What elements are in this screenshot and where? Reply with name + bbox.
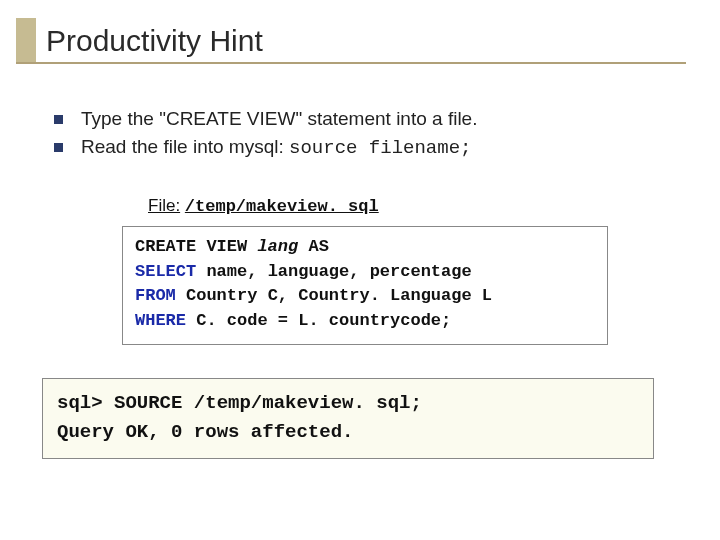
bullet-list: Type the "CREATE VIEW" statement into a … — [54, 108, 477, 165]
code-keyword: FROM — [135, 286, 176, 305]
code-line: sql> SOURCE /temp/makeview. sql; — [57, 389, 639, 418]
slide-title: Productivity Hint — [16, 24, 686, 58]
code-text: C. code = L. countrycode; — [186, 311, 451, 330]
file-path: /temp/makeview. sql — [185, 197, 379, 216]
title-bar: Productivity Hint — [16, 24, 686, 64]
code-text: AS — [298, 237, 329, 256]
code-text: name, language, percentage — [196, 262, 471, 281]
code-text: CREATE VIEW — [135, 237, 257, 256]
code-line: Query OK, 0 rows affected. — [57, 418, 639, 447]
code-block-terminal: sql> SOURCE /temp/makeview. sql; Query O… — [42, 378, 654, 459]
code-line: WHERE C. code = L. countrycode; — [135, 309, 595, 334]
bullet-code: source filename; — [289, 137, 471, 159]
code-line: CREATE VIEW lang AS — [135, 235, 595, 260]
code-text: Country C, Country. Language L — [176, 286, 492, 305]
code-ident: lang — [257, 237, 298, 256]
bullet-text: Read the file into mysql: source filenam… — [81, 136, 471, 159]
bullet-text: Type the "CREATE VIEW" statement into a … — [81, 108, 477, 130]
code-line: SELECT name, language, percentage — [135, 260, 595, 285]
file-label: File: — [148, 196, 180, 215]
code-line: FROM Country C, Country. Language L — [135, 284, 595, 309]
bullet-pre: Read the file into mysql: — [81, 136, 289, 157]
code-keyword: SELECT — [135, 262, 196, 281]
file-label-row: File: /temp/makeview. sql — [148, 196, 379, 216]
list-item: Read the file into mysql: source filenam… — [54, 136, 477, 159]
list-item: Type the "CREATE VIEW" statement into a … — [54, 108, 477, 130]
code-block-sql: CREATE VIEW lang AS SELECT name, languag… — [122, 226, 608, 345]
code-keyword: WHERE — [135, 311, 186, 330]
bullet-icon — [54, 115, 63, 124]
bullet-icon — [54, 143, 63, 152]
